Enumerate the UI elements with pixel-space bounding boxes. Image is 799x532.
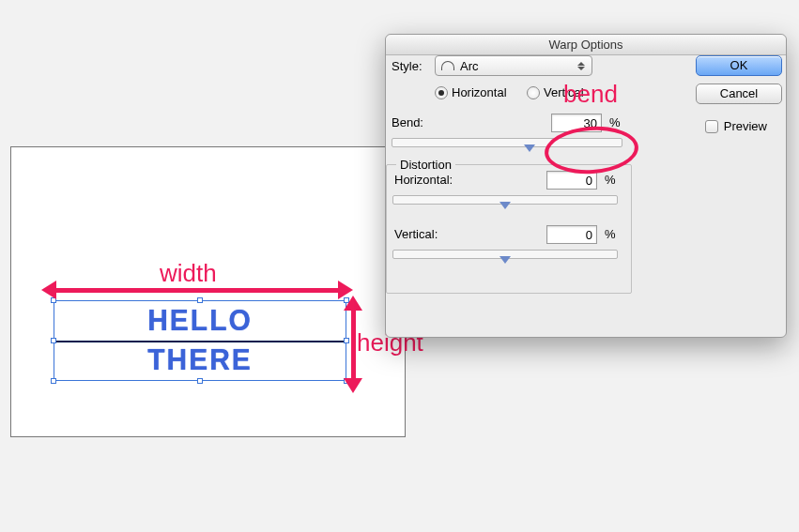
style-value: Arc	[460, 59, 479, 73]
height-arrow-icon	[351, 309, 356, 380]
dropdown-caret-icon	[575, 58, 588, 73]
dist-horizontal-slider[interactable]	[392, 195, 618, 205]
radio-dot-icon	[527, 86, 540, 99]
dist-vertical-input[interactable]	[546, 225, 597, 244]
handle-bm[interactable]	[197, 378, 203, 384]
width-arrow-icon	[54, 288, 340, 293]
bend-label: Bend:	[392, 115, 423, 129]
bend-pct: %	[609, 115, 621, 129]
orientation-horizontal-label: Horizontal	[452, 85, 507, 99]
handle-mr[interactable]	[344, 338, 349, 343]
handle-tm[interactable]	[197, 297, 203, 303]
checkbox-box-icon	[705, 120, 718, 133]
dist-vertical-slider[interactable]	[392, 250, 618, 259]
cancel-button[interactable]: Cancel	[696, 84, 782, 104]
dist-v-pct: %	[605, 227, 616, 241]
handle-bl[interactable]	[51, 378, 56, 384]
preview-label: Preview	[724, 119, 767, 133]
distortion-group: Distortion Horizontal: % Vertical: %	[386, 164, 632, 294]
bend-input[interactable]	[551, 114, 602, 132]
selection-midline	[54, 341, 346, 342]
orientation-horizontal-radio[interactable]: Horizontal	[435, 85, 507, 99]
annotation-bend: bend	[563, 80, 618, 109]
handle-ml[interactable]	[51, 338, 56, 343]
annotation-width: width	[160, 259, 217, 288]
dist-horizontal-label: Horizontal:	[394, 173, 453, 187]
preview-checkbox[interactable]: Preview	[705, 119, 767, 133]
ok-button[interactable]: OK	[696, 55, 782, 76]
style-dropdown[interactable]: Arc	[435, 55, 592, 76]
dist-vertical-label: Vertical:	[394, 227, 438, 241]
style-label: Style:	[392, 59, 423, 73]
distortion-legend: Distortion	[396, 158, 455, 172]
dist-h-pct: %	[605, 173, 616, 187]
dialog-title[interactable]: Warp Options	[386, 35, 786, 55]
radio-dot-icon	[435, 86, 448, 99]
arc-icon	[441, 61, 454, 70]
bend-slider[interactable]	[392, 138, 622, 147]
dist-horizontal-input[interactable]	[546, 171, 597, 190]
